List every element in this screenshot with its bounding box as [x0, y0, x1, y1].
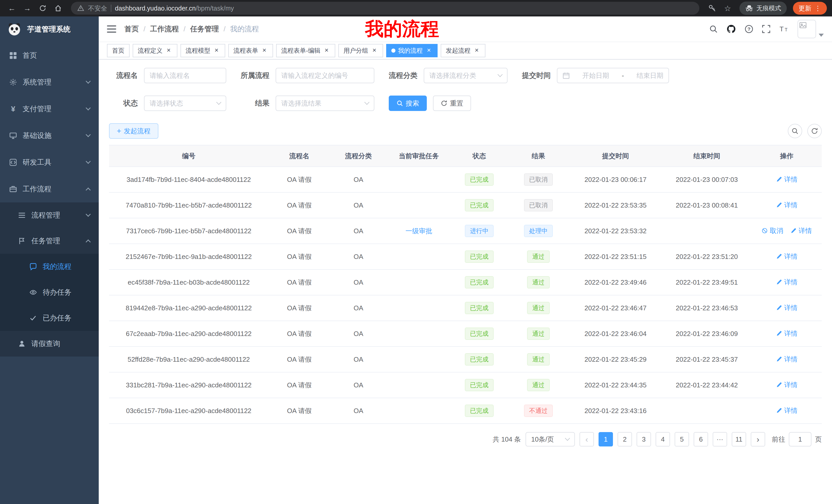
tab-process-definition[interactable]: 流程定义× [133, 44, 177, 57]
cell-status: 已完成 [451, 398, 508, 424]
github-icon[interactable] [727, 24, 736, 34]
sidebar-item-home[interactable]: 首页 [0, 42, 99, 69]
refresh-table-icon[interactable] [807, 124, 822, 138]
current-task-link[interactable]: 一级审批 [406, 227, 432, 235]
cell-name: OA 请假 [268, 346, 330, 372]
action-detail-link[interactable]: 详情 [776, 381, 798, 389]
leave-query-icon [18, 339, 26, 348]
tab-home[interactable]: 首页 [107, 44, 130, 57]
reload-icon[interactable] [36, 2, 49, 15]
process-name-input[interactable] [144, 68, 226, 83]
create-process-button[interactable]: + 发起流程 [109, 123, 158, 139]
pager-next-button[interactable]: › [751, 432, 765, 446]
end-date-placeholder[interactable]: 结束日期 [636, 71, 663, 80]
close-icon[interactable]: × [371, 47, 378, 54]
edit-icon [776, 253, 782, 259]
pager-prev-button[interactable]: ‹ [579, 432, 594, 446]
submit-time-range[interactable]: 开始日期 - 结束日期 [557, 68, 669, 83]
sidebar-item-todo-tasks[interactable]: 待办任务 [0, 279, 99, 305]
close-icon[interactable]: × [261, 47, 268, 54]
pager-page-4[interactable]: 4 [656, 432, 670, 446]
bookmark-star-icon[interactable]: ☆ [721, 2, 734, 15]
browser-home-icon[interactable] [51, 2, 65, 15]
tab-process-form-edit[interactable]: 流程表单-编辑× [276, 44, 335, 57]
pager-page-3[interactable]: 3 [636, 432, 651, 446]
action-detail-link[interactable]: 详情 [776, 329, 798, 338]
sidebar-item-process-management[interactable]: 流程管理 [0, 202, 99, 228]
action-cancel-link[interactable]: 取消 [761, 226, 783, 235]
security-label[interactable]: 不安全 [88, 4, 107, 12]
tab-start-process[interactable]: 发起流程× [441, 44, 486, 57]
font-size-icon[interactable]: TT [779, 25, 789, 33]
goto-page-input[interactable] [789, 432, 811, 446]
sidebar-item-my-process[interactable]: 我的流程 [0, 254, 99, 279]
fullscreen-icon[interactable] [762, 25, 770, 33]
chevron-down-icon [364, 100, 369, 105]
result-badge: 通过 [527, 276, 550, 288]
sidebar-item-workflow[interactable]: 工作流程 [0, 176, 99, 202]
table-header-row: 编号流程名流程分类当前审批任务状态结果提交时间结束时间操作 [109, 145, 822, 167]
pager-page-1[interactable]: 1 [599, 432, 613, 446]
close-icon[interactable]: × [165, 47, 172, 54]
url-text[interactable]: dashboard.yudao.iocoder.cn/bpm/task/my [115, 5, 234, 12]
process-def-input[interactable] [276, 68, 374, 83]
tab-my-process[interactable]: 我的流程× [386, 44, 438, 57]
refresh-icon [441, 100, 447, 107]
close-icon[interactable]: × [323, 47, 330, 54]
avatar[interactable] [798, 20, 816, 38]
pager-ellipsis[interactable]: ··· [713, 432, 727, 446]
hamburger-icon[interactable] [107, 25, 116, 33]
search-icon[interactable] [709, 25, 718, 33]
breadcrumb-item[interactable]: 任务管理 [190, 24, 219, 34]
help-icon[interactable]: ? [745, 25, 753, 33]
close-icon[interactable]: × [473, 47, 480, 54]
tab-process-model[interactable]: 流程模型× [181, 44, 225, 57]
breadcrumb-item[interactable]: 工作流程 [150, 24, 179, 34]
start-date-placeholder[interactable]: 开始日期 [582, 71, 609, 80]
action-detail-link[interactable]: 详情 [776, 406, 798, 415]
action-detail-link[interactable]: 详情 [776, 303, 798, 312]
breadcrumb-item[interactable]: 首页 [125, 24, 139, 34]
action-detail-link[interactable]: 详情 [776, 355, 798, 364]
tab-process-form[interactable]: 流程表单× [228, 44, 273, 57]
status-badge: 已完成 [465, 328, 494, 340]
sidebar-item-system[interactable]: 系统管理 [0, 69, 99, 95]
sidebar-item-done-tasks[interactable]: 已办任务 [0, 305, 99, 331]
sidebar-item-devtools[interactable]: 研发工具 [0, 149, 99, 176]
cell-result: 已取消 [508, 192, 569, 218]
pager-page-2[interactable]: 2 [618, 432, 632, 446]
action-label: 详情 [784, 201, 798, 209]
address-bar[interactable]: 不安全 dashboard.yudao.iocoder.cn/bpm/task/… [71, 2, 699, 15]
pager-page-11[interactable]: 11 [732, 432, 746, 446]
result-select[interactable]: 请选择流结果 [276, 95, 374, 111]
pager-page-6[interactable]: 6 [694, 432, 708, 446]
svg-text:T: T [785, 27, 787, 32]
back-icon[interactable]: ← [5, 2, 19, 15]
close-icon[interactable]: × [425, 47, 433, 54]
toggle-search-icon[interactable] [788, 124, 802, 138]
action-detail-link[interactable]: 详情 [776, 278, 798, 287]
sidebar-item-infrastructure[interactable]: 基础设施 [0, 122, 99, 149]
action-detail-link[interactable]: 详情 [776, 252, 798, 261]
sidebar-item-task-management[interactable]: 任务管理 [0, 228, 99, 254]
status-select[interactable]: 请选择状态 [144, 95, 226, 111]
cell-status: 已完成 [451, 192, 508, 218]
pager-page-5[interactable]: 5 [675, 432, 689, 446]
cell-submit-time: 2022-01-22 23:53:35 [569, 192, 662, 218]
key-icon[interactable] [705, 2, 719, 15]
browser-menu-icon[interactable]: ⋮ [814, 4, 821, 12]
action-detail-link[interactable]: 详情 [790, 226, 812, 235]
forward-icon[interactable]: → [21, 2, 34, 15]
sidebar-item-payment[interactable]: ¥支付管理 [0, 95, 99, 122]
search-button[interactable]: 搜索 [389, 95, 427, 111]
category-select[interactable]: 请选择流程分类 [424, 68, 508, 83]
tab-user-group[interactable]: 用户分组× [338, 44, 383, 57]
page-size-select[interactable]: 10条/页 [525, 432, 575, 446]
user-menu[interactable] [798, 20, 824, 38]
reset-button[interactable]: 重置 [433, 95, 471, 111]
action-detail-link[interactable]: 详情 [776, 175, 798, 184]
action-detail-link[interactable]: 详情 [776, 201, 798, 209]
update-button[interactable]: 更新 ⋮ [793, 2, 827, 15]
close-icon[interactable]: × [213, 47, 220, 54]
sidebar-item-leave-query[interactable]: 请假查询 [0, 331, 99, 357]
